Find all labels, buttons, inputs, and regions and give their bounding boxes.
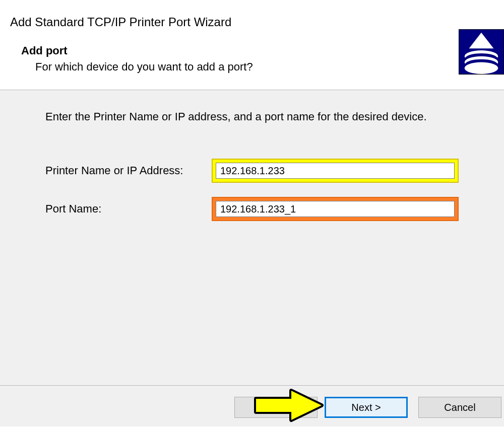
wizard-footer: < Back Next > Cancel bbox=[0, 385, 504, 426]
port-form: Printer Name or IP Address: Port Name: bbox=[45, 159, 459, 221]
window-title: Add Standard TCP/IP Printer Port Wizard bbox=[0, 0, 504, 29]
cancel-button[interactable]: Cancel bbox=[418, 397, 501, 418]
wizard-header: Add port For which device do you want to… bbox=[0, 29, 504, 90]
port-input[interactable] bbox=[216, 201, 455, 217]
ip-row: Printer Name or IP Address: bbox=[45, 159, 459, 183]
wizard-window: Add Standard TCP/IP Printer Port Wizard … bbox=[0, 0, 504, 427]
header-subtitle: For which device do you want to add a po… bbox=[21, 60, 504, 74]
next-button[interactable]: Next > bbox=[325, 397, 408, 418]
ip-input[interactable] bbox=[216, 163, 455, 179]
port-highlight bbox=[212, 197, 459, 221]
ip-highlight bbox=[212, 159, 459, 183]
back-button[interactable]: < Back bbox=[234, 397, 318, 418]
header-heading: Add port bbox=[21, 44, 504, 57]
instruction-text: Enter the Printer Name or IP address, an… bbox=[45, 110, 459, 123]
port-label: Port Name: bbox=[45, 202, 212, 216]
port-row: Port Name: bbox=[45, 197, 459, 221]
svg-point-6 bbox=[465, 62, 498, 74]
wizard-body: Enter the Printer Name or IP address, an… bbox=[0, 90, 504, 385]
printer-icon bbox=[459, 29, 504, 75]
ip-label: Printer Name or IP Address: bbox=[45, 164, 212, 177]
